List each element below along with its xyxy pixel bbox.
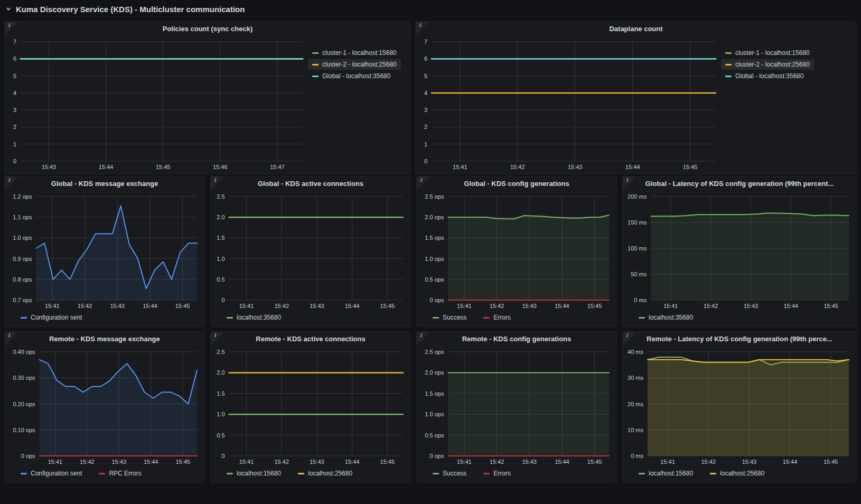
series-area — [448, 215, 609, 300]
chart-svg: 0 ms10 ms20 ms30 ms40 ms15:4115:4215:431… — [625, 347, 854, 466]
legend-item[interactable]: localhost:15680 — [634, 468, 697, 479]
x-tick-label: 15:43 — [112, 459, 127, 465]
row-title: Kuma Discovery Service (KDS) - Multiclus… — [16, 5, 245, 14]
legend-label: RPC Errors — [109, 470, 141, 477]
legend-item[interactable]: Errors — [479, 468, 515, 479]
panel-title[interactable]: Global - KDS message exchange — [5, 176, 204, 191]
legend-item[interactable]: localhost:35680 — [634, 312, 697, 323]
legend-item[interactable]: cluster-1 - localhost:15680 — [308, 48, 401, 58]
x-tick-label: 15:45 — [824, 303, 839, 309]
legend-item[interactable]: Configuration sent — [16, 468, 86, 479]
dashboard-row-header[interactable]: Kuma Discovery Service (KDS) - Multiclus… — [0, 0, 861, 18]
y-tick-label: 0 — [221, 297, 224, 303]
time-series-chart[interactable]: 0 ops0.5 ops1.0 ops1.5 ops2.0 ops2.5 ops… — [419, 192, 614, 311]
y-tick-label: 0.30 ops — [13, 375, 35, 381]
y-tick-label: 2 — [424, 124, 427, 130]
legend-label: Success — [443, 470, 466, 477]
time-series-chart[interactable]: 00.51.01.52.02.515:4115:4215:4315:4415:4… — [213, 347, 408, 466]
panel-title[interactable]: Policies count (sync check) — [5, 22, 410, 36]
x-tick-label: 15:44 — [625, 164, 640, 170]
legend-color-marker-icon — [725, 52, 732, 54]
info-icon: i — [8, 177, 10, 183]
time-series-chart[interactable]: 0123456715:4315:4415:4515:4615:47 — [7, 37, 308, 172]
panel-title[interactable]: Remote - KDS active connections — [211, 332, 410, 346]
legend-item[interactable]: cluster-2 - localhost:25680 — [721, 59, 814, 70]
time-series-chart[interactable]: 0 ms10 ms20 ms30 ms40 ms15:4115:4215:431… — [625, 347, 854, 466]
y-tick-label: 0.10 ops — [13, 427, 35, 433]
legend-color-marker-icon — [433, 473, 439, 474]
legend-item[interactable]: localhost:25680 — [706, 468, 769, 479]
legend-item[interactable]: Global - localhost:35680 — [308, 71, 395, 81]
y-tick-label: 5 — [13, 73, 16, 79]
time-series-chart[interactable]: 00.51.01.52.02.515:4115:4215:4315:4415:4… — [213, 192, 408, 311]
y-tick-label: 40 ms — [628, 349, 643, 355]
x-tick-label: 15:43 — [310, 303, 324, 309]
legend-label: localhost:35680 — [237, 314, 281, 321]
panel-title[interactable]: Remote - KDS config generations — [417, 332, 616, 346]
chart-svg: 0 ops0.10 ops0.20 ops0.30 ops0.40 ops15:… — [7, 347, 202, 466]
panel-title[interactable]: Global - KDS active connections — [211, 176, 410, 191]
x-tick-label: 15:44 — [143, 303, 157, 309]
y-tick-label: 1.0 — [217, 256, 224, 262]
panel-title[interactable]: Dataplane count — [416, 22, 856, 36]
legend-color-marker-icon — [710, 473, 716, 474]
legend-label: cluster-2 - localhost:25680 — [322, 61, 397, 68]
legend-color-marker-icon — [312, 52, 319, 54]
legend-item[interactable]: localhost:25680 — [294, 468, 357, 479]
y-tick-label: 0.7 ops — [13, 297, 32, 303]
info-icon: i — [214, 177, 216, 183]
panel-title[interactable]: Remote - Latency of KDS config generatio… — [623, 332, 856, 346]
legend-label: cluster-2 - localhost:25680 — [735, 61, 810, 68]
panel-title[interactable]: Global - Latency of KDS config generatio… — [623, 176, 856, 191]
dashboard-panel: i Policies count (sync check) 0123456715… — [4, 21, 411, 174]
legend-label: localhost:15680 — [649, 470, 693, 477]
y-tick-label: 0 ops — [429, 297, 444, 303]
panel-title-text: Dataplane count — [609, 25, 662, 33]
legend-label: Errors — [493, 314, 511, 321]
y-tick-label: 1.5 ops — [425, 235, 444, 241]
legend-item[interactable]: localhost:35680 — [222, 312, 285, 323]
x-tick-label: 15:42 — [80, 459, 95, 465]
y-tick-label: 1.0 — [217, 411, 224, 417]
y-tick-label: 1.5 ops — [425, 390, 444, 397]
legend-item[interactable]: RPC Errors — [95, 468, 145, 479]
time-series-chart[interactable]: 0 ms50 ms100 ms150 ms200 ms15:4115:4215:… — [625, 192, 854, 311]
dashboard-panel: i Global - Latency of KDS config generat… — [622, 176, 857, 327]
legend-item[interactable]: cluster-2 - localhost:25680 — [308, 59, 401, 70]
time-series-chart[interactable]: 0 ops0.5 ops1.0 ops1.5 ops2.0 ops2.5 ops… — [419, 347, 614, 466]
legend-item[interactable]: Success — [428, 312, 471, 323]
info-icon: i — [214, 332, 216, 338]
time-series-chart[interactable]: 0 ops0.10 ops0.20 ops0.30 ops0.40 ops15:… — [7, 347, 202, 466]
x-tick-label: 15:44 — [783, 459, 798, 465]
legend-item[interactable]: cluster-1 - localhost:15680 — [721, 48, 814, 58]
legend-color-marker-icon — [725, 76, 732, 77]
legend-item[interactable]: localhost:15680 — [222, 468, 285, 479]
chart-legend: Configuration sent — [7, 311, 202, 324]
y-tick-label: 20 ms — [628, 401, 643, 407]
legend-item[interactable]: Errors — [479, 312, 515, 323]
y-tick-label: 2.0 ops — [425, 369, 444, 376]
y-tick-label: 0 — [424, 158, 427, 164]
y-tick-label: 1.0 ops — [425, 256, 444, 262]
x-tick-label: 15:45 — [175, 303, 190, 309]
time-series-chart[interactable]: 0.7 ops0.8 ops0.9 ops1.0 ops1.1 ops1.2 o… — [7, 192, 202, 311]
y-tick-label: 2.5 ops — [425, 349, 444, 355]
panel-title[interactable]: Global - KDS config generations — [417, 176, 616, 191]
x-tick-label: 15:45 — [587, 459, 602, 465]
time-series-chart[interactable]: 0123456715:4115:4215:4315:4415:45 — [418, 37, 721, 172]
info-icon: i — [626, 332, 628, 338]
x-tick-label: 15:45 — [823, 459, 838, 465]
y-tick-label: 4 — [424, 90, 427, 96]
y-tick-label: 2.0 — [217, 369, 224, 376]
panel-title[interactable]: Remote - KDS message exchange — [5, 332, 204, 346]
y-tick-label: 30 ms — [628, 375, 643, 381]
dashboard-panel: i Dataplane count 0123456715:4115:4215:4… — [415, 21, 857, 174]
y-tick-label: 0.40 ops — [13, 349, 35, 355]
legend-color-marker-icon — [227, 317, 233, 319]
legend-item[interactable]: Configuration sent — [16, 312, 86, 323]
legend-item[interactable]: Global - localhost:35680 — [721, 71, 808, 81]
x-tick-label: 15:44 — [555, 303, 569, 309]
legend-label: Errors — [493, 470, 511, 477]
legend-label: localhost:15680 — [237, 470, 281, 477]
legend-item[interactable]: Success — [428, 468, 471, 479]
